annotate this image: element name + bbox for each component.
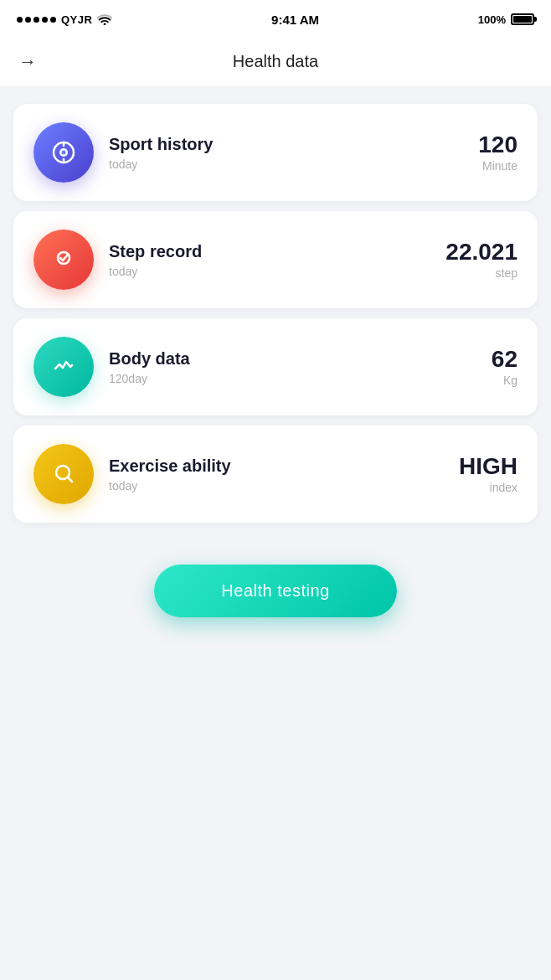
- exercise-ability-value: HIGH index: [459, 455, 518, 494]
- step-record-card[interactable]: Step record today 22.021 step: [13, 211, 538, 308]
- body-icon: [49, 352, 79, 382]
- sport-history-value: 120 Minute: [478, 133, 518, 173]
- exercise-icon-circle: [33, 444, 94, 504]
- body-icon-circle: [33, 337, 94, 397]
- page-title: Health data: [233, 52, 318, 71]
- main-content: Sport history today 120 Minute Step reco…: [0, 87, 551, 539]
- exercise-ability-info: Exercise ability today: [109, 456, 444, 493]
- step-record-info: Step record today: [109, 242, 430, 278]
- body-data-subtitle: 120day: [109, 372, 476, 385]
- body-data-value: 62 Kg: [492, 348, 518, 387]
- sport-history-number: 120: [478, 133, 518, 157]
- header: → Health data: [0, 37, 551, 87]
- status-right: 100%: [478, 13, 534, 26]
- body-data-unit: Kg: [492, 374, 518, 387]
- step-record-unit: step: [445, 266, 518, 280]
- status-bar: QYJR 9:41 AM 100%: [0, 0, 551, 37]
- exercise-ability-number: HIGH: [459, 455, 518, 478]
- svg-point-2: [62, 151, 66, 155]
- body-data-number: 62: [492, 348, 518, 371]
- sport-history-title: Sport history: [109, 135, 463, 154]
- sport-history-card[interactable]: Sport history today 120 Minute: [13, 104, 538, 201]
- step-icon-circle: [33, 230, 94, 290]
- sport-history-info: Sport history today: [109, 135, 463, 171]
- step-record-subtitle: today: [109, 265, 430, 278]
- sport-icon: [49, 137, 79, 168]
- back-arrow-button[interactable]: →: [18, 51, 37, 73]
- body-data-info: Body data 120day: [109, 349, 476, 385]
- step-record-number: 22.021: [445, 240, 518, 264]
- health-testing-button[interactable]: Health testing: [154, 565, 396, 617]
- status-left: QYJR: [17, 13, 112, 26]
- sport-icon-circle: [33, 122, 94, 183]
- exercise-ability-subtitle: today: [109, 479, 444, 493]
- step-record-value: 22.021 step: [445, 240, 518, 280]
- body-data-title: Body data: [109, 349, 476, 369]
- battery-icon: [511, 13, 534, 25]
- exercise-icon: [49, 459, 79, 489]
- battery-percent: 100%: [478, 13, 506, 26]
- carrier-name: QYJR: [61, 13, 92, 26]
- sport-history-subtitle: today: [109, 157, 463, 171]
- bottom-area: Health testing: [0, 539, 551, 659]
- step-record-title: Step record: [109, 242, 430, 261]
- wifi-icon: [97, 14, 112, 25]
- exercise-ability-unit: index: [459, 481, 518, 494]
- body-data-card[interactable]: Body data 120day 62 Kg: [13, 318, 538, 415]
- exercise-ability-card[interactable]: Exercise ability today HIGH index: [13, 426, 538, 523]
- signal-dots: [17, 17, 56, 23]
- status-time: 9:41 AM: [271, 13, 319, 27]
- step-icon: [49, 245, 79, 275]
- exercise-ability-title: Exercise ability: [109, 456, 444, 476]
- sport-history-unit: Minute: [478, 159, 518, 173]
